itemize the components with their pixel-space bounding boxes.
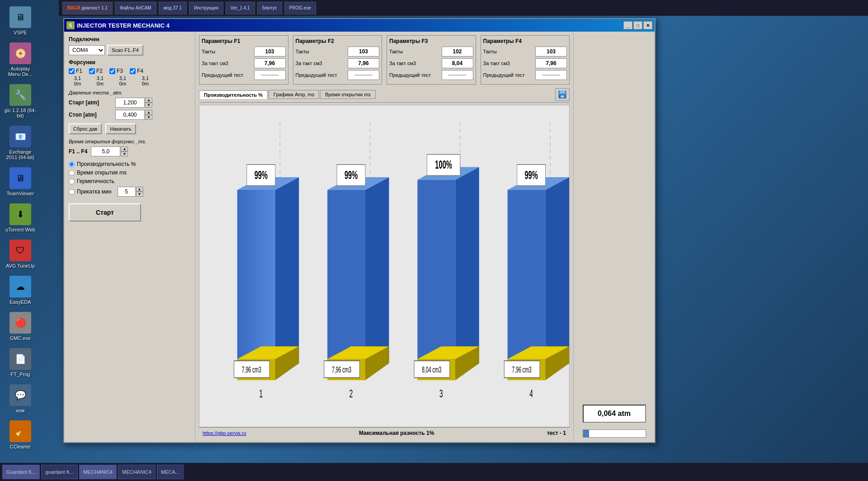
tab-opening-time[interactable]: Время открытия ms xyxy=(320,90,376,99)
pump-button[interactable]: Накачать xyxy=(105,123,136,134)
desktop-icon-autoplay[interactable]: 📀 Autoplay Menu De... xyxy=(2,41,38,79)
desktop-icon-ftprog[interactable]: 📄 FT_Prog xyxy=(2,346,38,379)
left-panel: Подключен COM4 Scan F1..F4 Форсунки F1 xyxy=(64,32,195,442)
f1-checkbox[interactable] xyxy=(69,68,75,74)
start-atm-up[interactable]: ▲ xyxy=(145,98,152,103)
start-atm-spinners: ▲ ▼ xyxy=(145,98,152,108)
top-bar-mod[interactable]: мод 37 1 xyxy=(159,2,187,14)
opening-time-down[interactable]: ▼ xyxy=(121,151,128,156)
reset-pressure-button[interactable]: Сброс дав xyxy=(69,123,102,134)
desktop-icon-avgtune[interactable]: 🛡 AVG TuneUp xyxy=(2,238,38,270)
opening-time-input[interactable] xyxy=(91,146,120,156)
stop-atm-input[interactable] xyxy=(115,110,145,120)
top-bar-instruction[interactable]: Инструкция xyxy=(189,2,223,14)
desktop-icon-vspe[interactable]: 🖥 VSPE xyxy=(2,5,38,37)
priv-value-input[interactable] xyxy=(118,187,136,197)
taskbar-item-2[interactable]: guardant K... xyxy=(41,465,78,479)
param-f1-za-takt-value: 7,96 xyxy=(254,58,286,68)
desktop-icon-ccleaner[interactable]: 🧹 CCleaner xyxy=(2,419,38,451)
top-bar-vasya[interactable]: ВАСИ диагност 1.1 xyxy=(62,2,113,14)
svg-text:99%: 99% xyxy=(344,168,358,181)
priv-up[interactable]: ▲ xyxy=(136,187,143,192)
scan-button[interactable]: Scan F1..F4 xyxy=(107,45,143,56)
opening-time-section: Время открытия форсунки _ms. F1 .. F4 ▲ … xyxy=(69,139,190,156)
tab-graphics[interactable]: Графики Amp, ms xyxy=(269,90,319,99)
taskbar-item-mechanic1[interactable]: MECHANIC4 xyxy=(79,465,117,479)
radio-productivity[interactable]: Производительность % xyxy=(69,161,190,167)
parameters-row: Параметры F1 Такты 103 За такт см3 7,96 … xyxy=(199,35,570,85)
right-content-panel: Параметры F1 Такты 103 За такт см3 7,96 … xyxy=(195,32,573,442)
start-atm-input-group: ▲ ▼ xyxy=(115,98,152,108)
stop-atm-up[interactable]: ▲ xyxy=(145,110,152,115)
svg-rect-1 xyxy=(560,90,565,94)
param-f1-title: Параметры F1 xyxy=(202,38,286,44)
bottom-link[interactable]: https://gbo-servis.ru xyxy=(203,430,246,436)
opening-time-up[interactable]: ▲ xyxy=(121,146,128,151)
desktop-icon-easyeda[interactable]: ☁ EasyEDA xyxy=(2,274,38,307)
f2-checkbox[interactable] xyxy=(89,68,95,74)
injectors-label: Форсунки xyxy=(69,59,190,66)
radio-opening-time[interactable]: Время открытия ms xyxy=(69,170,190,176)
param-block-f3: Параметры F3 Такты 102 За такт см3 8,04 … xyxy=(387,35,476,85)
desktop: ВАСИ диагност 1.1 Файлы ArtCAM мод 37 1 … xyxy=(0,0,868,481)
desktop-icon-teamviewer[interactable]: 🖥 TeamViewer xyxy=(2,165,38,198)
injector-f4-checkbox[interactable]: F4 xyxy=(130,68,143,74)
chart-svg: 99% 7,96 cm3 1 xyxy=(199,105,569,427)
save-button[interactable] xyxy=(555,88,570,101)
f4-checkbox[interactable] xyxy=(130,68,136,74)
desktop-icon-gic[interactable]: 🔧 gic 1.2.18 (64-bit) xyxy=(2,82,38,120)
pressure-btn-row: Сброс дав Накачать xyxy=(69,123,190,134)
param-f1-takty: Такты 103 xyxy=(202,47,286,57)
app-window: S INJECTOR TESTER MECHANIC 4 _ □ ✕ Подкл… xyxy=(63,18,656,443)
close-button[interactable]: ✕ xyxy=(643,21,652,29)
svg-text:2: 2 xyxy=(349,387,353,399)
maximize-button[interactable]: □ xyxy=(633,21,642,29)
radio-priv-input[interactable] xyxy=(69,189,75,195)
top-bar-prog[interactable]: PROG.exe xyxy=(284,2,316,14)
stop-atm-down[interactable]: ▼ xyxy=(145,115,152,120)
taskbar-item-meca[interactable]: MECA... xyxy=(157,465,184,479)
title-icon: S xyxy=(66,21,75,29)
radio-priv[interactable]: Прикатка мин xyxy=(69,189,112,195)
param-f1-prev-value: ---------- xyxy=(254,70,286,80)
progress-bar-container xyxy=(583,429,646,438)
stop-atm-row: Стоп [atm] ▲ ▼ xyxy=(69,110,190,120)
top-bar-artcam[interactable]: Файлы ArtCAM xyxy=(115,2,156,14)
desktop-icon-exchange[interactable]: 📧 Exchange 2011 (64-bit) xyxy=(2,124,38,162)
start-atm-input[interactable] xyxy=(115,98,145,108)
top-bar-version[interactable]: Ver_1.4.1 xyxy=(226,2,255,14)
desktop-icon-utorrent[interactable]: ⬇ uTorrent Web xyxy=(2,202,38,234)
start-button[interactable]: Старт xyxy=(69,203,141,222)
svg-text:7,96 cm3: 7,96 cm3 xyxy=(332,365,351,374)
svg-text:3: 3 xyxy=(439,387,443,399)
injector-f2-checkbox[interactable]: F2 xyxy=(89,68,103,74)
minimize-button[interactable]: _ xyxy=(623,21,632,29)
radio-hermeticity[interactable]: Герметичность xyxy=(69,178,190,184)
com-port-select[interactable]: COM4 xyxy=(69,45,105,55)
f3-checkbox[interactable] xyxy=(109,68,115,74)
start-atm-down[interactable]: ▼ xyxy=(145,103,152,108)
param-f4-prev-test: Предыдущий тест ---------- xyxy=(483,70,567,80)
svg-text:100%: 100% xyxy=(435,158,452,171)
taskbar-item-mechanic2[interactable]: MECHANIC4 xyxy=(118,465,156,479)
priv-spinners: ▲ ▼ xyxy=(136,187,143,197)
radio-hermeticity-input[interactable] xyxy=(69,179,75,184)
injector-f1-checkbox[interactable]: F1 xyxy=(69,68,82,74)
radio-opening-time-input[interactable] xyxy=(69,170,75,176)
desktop-icon-kom[interactable]: 💬 ком xyxy=(2,382,38,415)
priv-down[interactable]: ▼ xyxy=(136,192,143,197)
param-f2-title: Параметры F2 xyxy=(296,38,380,44)
svg-marker-24 xyxy=(365,177,389,376)
param-f3-za-takt: За такт см3 8,04 xyxy=(389,58,473,68)
taskbar-item-1[interactable]: Guardant K... xyxy=(2,465,40,479)
tab-productivity[interactable]: Производительность % xyxy=(199,90,268,99)
param-f2-prev-value: ---------- xyxy=(348,70,379,80)
radio-productivity-input[interactable] xyxy=(69,161,75,167)
param-f3-prev-test: Предыдущий тест ---------- xyxy=(389,70,473,80)
priv-row: Прикатка мин ▲ ▼ xyxy=(69,187,190,197)
top-bar-bluetooth[interactable]: блютус xyxy=(257,2,282,14)
injector-f3-checkbox[interactable]: F3 xyxy=(109,68,123,74)
svg-rect-3 xyxy=(561,95,564,98)
start-atm-label: Старт [atm] xyxy=(69,99,112,106)
desktop-icon-gmc[interactable]: 🔴 GMC.exe xyxy=(2,310,38,343)
